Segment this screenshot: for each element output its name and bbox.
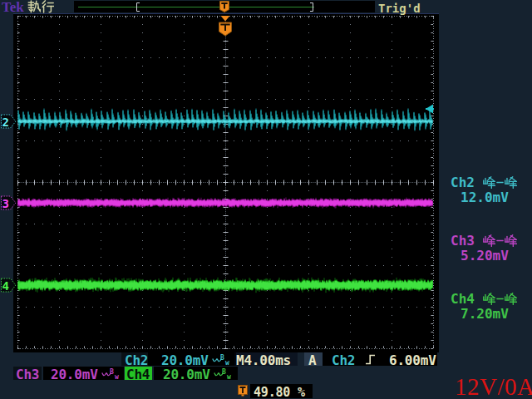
ch2-scale: 20.0mV — [161, 354, 209, 367]
scope-graphics: 234 — [0, 0, 532, 399]
record-trigger-marker[interactable] — [220, 2, 229, 12]
svg-text:2: 2 — [2, 116, 8, 129]
ch2-label: Ch2 — [125, 354, 148, 367]
svg-text:w: w — [227, 373, 231, 380]
measurement-ch4-type — [483, 291, 517, 307]
ch3-scale: 20.0mV — [51, 368, 98, 382]
measurement-ch3-type — [483, 233, 517, 249]
trigger-position-icon — [238, 385, 248, 399]
svg-text:w: w — [225, 359, 229, 366]
measurement-ch3-source: Ch3 — [451, 233, 475, 249]
ch4-coupling-icons: Bw — [214, 368, 234, 382]
measurement-ch4-source: Ch4 — [451, 291, 475, 307]
trigger-level: 6.00mV — [389, 354, 436, 367]
tek-logo: Tek — [2, 0, 24, 14]
timebase-readout: M4.00ms — [236, 354, 291, 367]
ch4-label: Ch4 — [126, 368, 150, 382]
measurement-ch4-value: 7.20mV — [461, 308, 509, 321]
svg-text:B: B — [220, 354, 224, 362]
svg-text:3: 3 — [2, 197, 8, 210]
oscilloscope-screen: 234 Tek Trig'd Ch2 12.0mV Ch3 5.20mV Ch4… — [0, 0, 532, 399]
svg-text:w: w — [115, 373, 119, 380]
trigger-status: Trig'd — [378, 2, 421, 14]
trigger-position-readout: 49.80 % — [254, 387, 305, 399]
svg-text:4: 4 — [2, 279, 8, 293]
measurement-ch2-value: 12.0mV — [461, 191, 509, 204]
trigger-mode: A — [308, 354, 316, 367]
trigger-source: Ch2 — [332, 354, 355, 367]
run-status — [27, 0, 54, 14]
ch3-coupling-icons: Bw — [101, 368, 121, 382]
measurement-ch2-source: Ch2 — [451, 175, 475, 190]
ch4-scale: 20.0mV — [163, 368, 210, 382]
ch3-label: Ch3 — [16, 368, 39, 382]
psu-annotation: 12V/0A — [455, 375, 532, 399]
svg-text:B: B — [222, 368, 226, 376]
measurement-ch3-value: 5.20mV — [461, 249, 509, 263]
bandwidth-limit-icon: Bw — [220, 354, 232, 366]
rising-edge-icon — [365, 354, 377, 367]
record-view — [74, 1, 375, 12]
bandwidth-limit-icon: Bw — [222, 368, 234, 380]
measurement-ch2-type — [483, 175, 517, 190]
bandwidth-limit-icon: Bw — [110, 368, 121, 380]
svg-text:B: B — [110, 368, 114, 376]
